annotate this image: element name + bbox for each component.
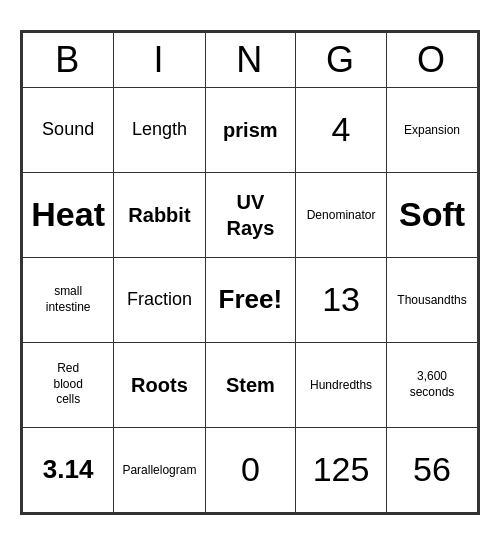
bingo-cell: Stem bbox=[205, 342, 296, 427]
table-row: Red blood cellsRootsStemHundredths3,600 … bbox=[23, 342, 478, 427]
bingo-cell: UV Rays bbox=[205, 172, 296, 257]
cell-value: small intestine bbox=[46, 284, 91, 315]
header-n: N bbox=[205, 32, 296, 87]
bingo-cell: Rabbit bbox=[114, 172, 205, 257]
cell-value: Denominator bbox=[307, 208, 376, 224]
bingo-cell: 125 bbox=[296, 427, 387, 512]
bingo-cell: 0 bbox=[205, 427, 296, 512]
table-row: 3.14Parallelogram012556 bbox=[23, 427, 478, 512]
cell-value: Stem bbox=[226, 372, 275, 398]
header-i: I bbox=[114, 32, 205, 87]
cell-value: Parallelogram bbox=[122, 463, 196, 479]
bingo-cell: Thousandths bbox=[387, 257, 478, 342]
cell-value: 0 bbox=[241, 447, 260, 491]
header-o: O bbox=[387, 32, 478, 87]
bingo-cell: Denominator bbox=[296, 172, 387, 257]
bingo-cell: 3,600 seconds bbox=[387, 342, 478, 427]
cell-value: Hundredths bbox=[310, 378, 372, 394]
bingo-cell: Parallelogram bbox=[114, 427, 205, 512]
bingo-cell: Sound bbox=[23, 87, 114, 172]
cell-value: 3.14 bbox=[43, 453, 94, 487]
bingo-cell: 4 bbox=[296, 87, 387, 172]
cell-value: 13 bbox=[322, 277, 360, 321]
table-row: SoundLengthprism4Expansion bbox=[23, 87, 478, 172]
bingo-cell: 56 bbox=[387, 427, 478, 512]
cell-value: 4 bbox=[332, 107, 351, 151]
bingo-cell: Length bbox=[114, 87, 205, 172]
bingo-cell: Red blood cells bbox=[23, 342, 114, 427]
bingo-cell: Roots bbox=[114, 342, 205, 427]
cell-value: 56 bbox=[413, 447, 451, 491]
cell-value: Expansion bbox=[404, 123, 460, 139]
bingo-cell: Hundredths bbox=[296, 342, 387, 427]
header-g: G bbox=[296, 32, 387, 87]
bingo-cell: 13 bbox=[296, 257, 387, 342]
bingo-cell: Fraction bbox=[114, 257, 205, 342]
cell-value: Soft bbox=[399, 192, 465, 236]
cell-value: Thousandths bbox=[397, 293, 466, 309]
cell-value: 3,600 seconds bbox=[410, 369, 455, 400]
bingo-cell: Expansion bbox=[387, 87, 478, 172]
cell-value: Red blood cells bbox=[53, 361, 82, 408]
table-row: HeatRabbitUV RaysDenominatorSoft bbox=[23, 172, 478, 257]
cell-value: Heat bbox=[31, 192, 105, 236]
cell-value: Fraction bbox=[127, 288, 192, 311]
bingo-cell: Heat bbox=[23, 172, 114, 257]
bingo-cell: Free! bbox=[205, 257, 296, 342]
cell-value: Free! bbox=[219, 283, 283, 317]
bingo-cell: Soft bbox=[387, 172, 478, 257]
cell-value: UV Rays bbox=[226, 189, 274, 241]
cell-value: Rabbit bbox=[128, 202, 190, 228]
bingo-cell: prism bbox=[205, 87, 296, 172]
header-b: B bbox=[23, 32, 114, 87]
cell-value: Sound bbox=[42, 118, 94, 141]
table-row: small intestineFractionFree!13Thousandth… bbox=[23, 257, 478, 342]
cell-value: Length bbox=[132, 118, 187, 141]
bingo-card: B I N G O SoundLengthprism4ExpansionHeat… bbox=[20, 30, 480, 515]
cell-value: prism bbox=[223, 117, 277, 143]
cell-value: Roots bbox=[131, 372, 188, 398]
header-row: B I N G O bbox=[23, 32, 478, 87]
cell-value: 125 bbox=[313, 447, 370, 491]
bingo-cell: 3.14 bbox=[23, 427, 114, 512]
bingo-cell: small intestine bbox=[23, 257, 114, 342]
